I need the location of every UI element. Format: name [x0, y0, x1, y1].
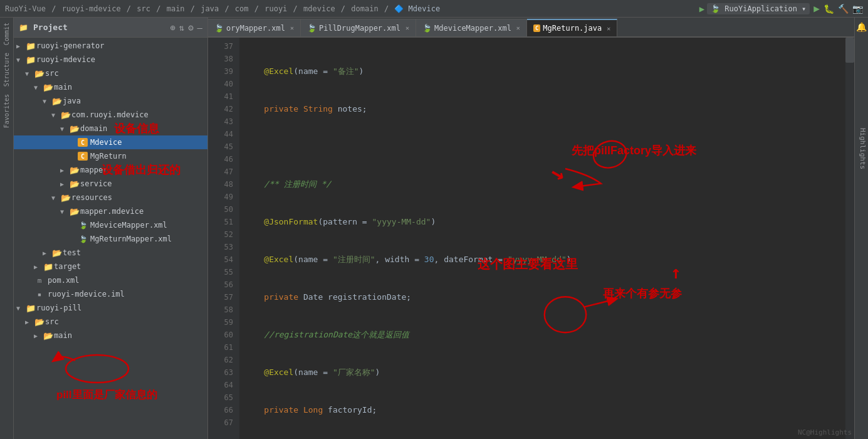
tab-close-icon[interactable]: ✕ [405, 24, 409, 31]
tree-item-service[interactable]: ▶ 📂 service [14, 177, 207, 191]
tree-item-ruoyi-generator[interactable]: ▶ 📁 ruoyi-generator [14, 39, 207, 53]
code-content[interactable]: @Excel(name = "备注") private String notes… [239, 38, 845, 439]
breadcrumb: RuoYi-Vue / ruoyi-mdevice / src / main /… [5, 4, 440, 13]
tab-close-icon[interactable]: ✕ [607, 25, 610, 32]
tree-label: target [54, 262, 207, 271]
line-num: 66 [211, 404, 237, 416]
folder-icon: 📁 [43, 262, 54, 272]
tree-label: java [63, 97, 207, 105]
folder-icon: 📂 [34, 317, 45, 327]
tree-label: src [45, 317, 207, 326]
tab-close-icon[interactable]: ✕ [516, 24, 520, 31]
app-selector[interactable]: 🍃 RuoYiApplication ▾ [707, 3, 810, 14]
arrow-icon: ▼ [34, 84, 43, 91]
hide-icon[interactable]: — [197, 23, 202, 33]
tree-label: ruoyi-mdevice [36, 55, 207, 64]
line-num: 67 [211, 416, 237, 429]
folder-icon: 📁 [25, 304, 36, 313]
tree-item-target[interactable]: ▶ 📁 target [14, 260, 207, 273]
folder-icon: 📁 [25, 55, 36, 65]
collapse-icon[interactable]: ⇅ [179, 23, 184, 33]
tab-ory-mapper[interactable]: 🍃 oryMapper.xml ✕ [208, 19, 301, 36]
arrow-icon: ▶ [25, 319, 34, 325]
line-num: 37 [211, 40, 237, 53]
line-num: 51 [211, 216, 237, 228]
folder-icon: 📂 [51, 97, 63, 106]
tree-item-ruoyi-pill-src[interactable]: ▶ 📂 src [14, 315, 207, 329]
tree-item-test[interactable]: ▶ 📂 test [14, 246, 207, 260]
tab-close-icon[interactable]: ✕ [290, 24, 294, 31]
tab-mdevice-mapper[interactable]: 🍃 MdeviceMapper.xml ✕ [416, 19, 527, 36]
code-line-42: @Excel(name = "注册时间", width = 30, dateFo… [244, 253, 840, 266]
line-num: 60 [211, 329, 237, 341]
tree-item-ruoyi-mdevice[interactable]: ▼ 📁 ruoyi-mdevice [14, 53, 207, 66]
arrow-icon: ▶ [60, 181, 69, 188]
notification-icon[interactable]: 🔔 [854, 20, 868, 34]
tree-item-pom-xml[interactable]: m pom.xml [14, 273, 207, 287]
tab-pill-drug-mapper[interactable]: 🍃 PillDrugMapper.xml ✕ [301, 19, 416, 36]
build-btn[interactable]: 🔨 [838, 4, 849, 14]
code-line-38: private String notes; [244, 103, 840, 115]
tree-item-mgreturn-mapper-xml[interactable]: 🍃 MgReturnMapper.xml [14, 232, 207, 246]
tree-label: main [54, 331, 207, 340]
tab-label: oryMapper.xml [226, 24, 285, 33]
tree-item-main[interactable]: ▼ 📂 main [14, 80, 207, 94]
tree-item-ruoyi-pill[interactable]: ▼ 📁 ruoyi-pill [14, 301, 207, 315]
tree-item-mdevice[interactable]: C Mdevice [14, 135, 207, 149]
tree-item-java[interactable]: ▼ 📂 java [14, 94, 207, 108]
tree-item-mgreturn[interactable]: C MgReturn [14, 149, 207, 163]
code-editor: 37 38 39 40 41 42 43 44 45 46 47 48 49 5… [208, 38, 854, 439]
line-num: 54 [211, 253, 237, 266]
commit-label[interactable]: Commit [2, 20, 11, 48]
tree-item-ruoyi-mdevice-iml[interactable]: ▪ ruoyi-mdevice.iml [14, 287, 207, 301]
tree-item-mdevice-mapper-xml[interactable]: 🍃 MdeviceMapper.xml [14, 218, 207, 232]
tree-label: resources [71, 193, 207, 202]
tree-label: MdeviceMapper.xml [90, 221, 207, 230]
tree-label: pom.xml [48, 276, 207, 285]
tree-item-src[interactable]: ▼ 📂 src [14, 66, 207, 80]
arrow-icon: ▶ [16, 43, 25, 50]
favorites-label[interactable]: Favorites [2, 92, 11, 130]
line-num: 65 [211, 391, 237, 404]
run-icon[interactable]: ▶ [699, 4, 704, 14]
capture-icon[interactable]: 📷 [852, 4, 863, 14]
tree-label: test [63, 248, 207, 257]
folder-icon: 📁 [25, 41, 36, 51]
tree-label: ruoyi-mdevice.iml [48, 290, 207, 299]
structure-label[interactable]: Structure [2, 50, 11, 89]
arrow-icon: ▼ [16, 56, 25, 63]
folder-icon: 📂 [34, 69, 45, 78]
line-num: 53 [211, 241, 237, 253]
debug-btn[interactable]: 🐛 [824, 4, 834, 14]
folder-icon: 📂 [60, 193, 71, 203]
tree-item-mapper-mdevice[interactable]: ▼ 📂 mapper.mdevice [14, 204, 207, 218]
arrow-icon: ▼ [43, 98, 51, 105]
tab-mg-return[interactable]: C MgReturn.java ✕ [527, 19, 617, 36]
settings-icon[interactable]: ⚙ [188, 23, 193, 33]
tree-item-com-ruoyi-mdevice[interactable]: ▼ 📂 com.ruoyi.mdevice [14, 108, 207, 122]
arrow-icon: ▼ [51, 194, 60, 201]
tree-item-resources[interactable]: ▼ 📂 resources [14, 191, 207, 204]
arrow-icon: ▼ [51, 112, 60, 119]
run-btn[interactable]: ▶ [813, 3, 820, 14]
arrow-icon: ▶ [34, 332, 43, 339]
java-file-icon: C [78, 152, 88, 161]
arrow-icon: ▶ [43, 250, 51, 257]
project-title: Project [33, 23, 165, 32]
tree-item-domain[interactable]: ▼ 📂 domain 设备信息 [14, 122, 207, 135]
locate-icon[interactable]: ⊕ [170, 23, 175, 33]
tree-label: MgReturnMapper.xml [90, 235, 207, 243]
project-tree: ▶ 📁 ruoyi-generator ▼ 📁 ruoyi-mdevice ▼ … [14, 38, 207, 439]
line-num: 43 [211, 115, 237, 128]
tree-item-mapper[interactable]: ▶ 📂 mapper 设备借出归还的 [14, 163, 207, 177]
arrow-icon: ▼ [25, 70, 34, 77]
tree-item-ruoyi-pill-main[interactable]: ▶ 📂 main [14, 329, 207, 342]
scroll-gutter[interactable] [845, 38, 854, 439]
highlights-label[interactable]: Highlights [857, 125, 868, 172]
line-num: 52 [211, 228, 237, 241]
line-num: 57 [211, 291, 237, 304]
tab-label: MdeviceMapper.xml [434, 24, 511, 33]
xml-file-icon: m [34, 277, 45, 285]
arrow-icon: ▼ [16, 305, 25, 312]
code-line-43: private Date registrationDate; [244, 291, 840, 304]
